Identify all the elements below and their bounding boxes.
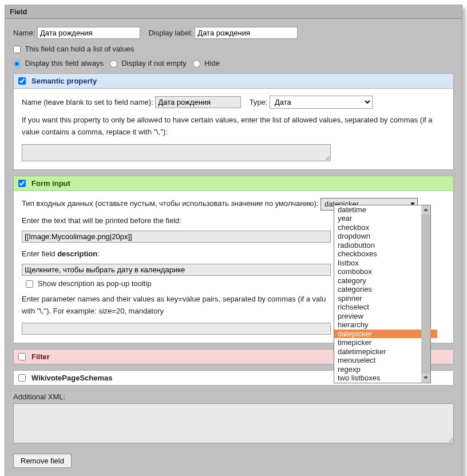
forminput-section: Form input Тип входных данных (оставьте … <box>13 176 454 344</box>
inputtype-option[interactable]: datetime <box>334 205 421 215</box>
semantic-body: Name (leave blank to set to field name):… <box>14 89 453 169</box>
wikivote-title: WikivotePageSchemas <box>31 374 113 382</box>
semantic-checkbox[interactable] <box>18 77 26 85</box>
tooltip-checkbox[interactable] <box>26 280 33 288</box>
desc-label-prefix: Enter field <box>22 249 57 258</box>
remove-field-button[interactable]: Remove field <box>13 454 72 468</box>
inputtype-option[interactable]: spinner <box>334 294 421 303</box>
inputtype-option[interactable]: timepicker <box>334 338 421 347</box>
semantic-section: Semantic property Name (leave blank to s… <box>13 73 454 170</box>
semantic-name-label: Name (leave blank to set to field name): <box>22 98 153 106</box>
filter-checkbox[interactable] <box>18 353 26 360</box>
additional-xml-input[interactable] <box>13 403 454 443</box>
display-ifnotempty-label: Display if not empty <box>121 59 186 68</box>
params-help-suffix: with "\,"). For example: size=20, mandat… <box>22 307 164 315</box>
display-always-radio[interactable] <box>13 60 21 68</box>
buttons-row: Remove field <box>13 454 454 468</box>
wikivote-checkbox[interactable] <box>18 374 26 382</box>
inputtype-option[interactable]: radiobutton <box>334 241 421 250</box>
row-display-mode: Display this field always Display if not… <box>13 59 454 68</box>
before-input[interactable] <box>22 231 331 243</box>
display-label-input[interactable] <box>195 27 298 39</box>
forminput-body: Тип входных данных (оставьте пустым, что… <box>14 191 453 343</box>
semantic-name-row: Name (leave blank to set to field name):… <box>22 96 445 109</box>
field-panel: Field Name: Display label: This field ca… <box>5 5 462 476</box>
inputtype-label: Тип входных данных (оставьте пустым, что… <box>22 199 318 208</box>
semantic-allowed-input[interactable] <box>22 144 331 161</box>
scrollbar-track[interactable] <box>421 205 430 383</box>
scroll-down-icon[interactable] <box>421 374 430 383</box>
tooltip-label: Show description as pop-up tooltip <box>38 279 152 288</box>
semantic-title: Semantic property <box>31 77 97 85</box>
display-hide-label: Hide <box>204 59 220 68</box>
inputtype-option[interactable]: menuselect <box>334 356 421 365</box>
name-label: Name: <box>13 29 35 37</box>
row-list-values: This field can hold a list of values <box>13 45 454 53</box>
panel-title: Field <box>5 5 462 19</box>
desc-input[interactable] <box>22 264 331 276</box>
display-hide-radio[interactable] <box>193 60 200 68</box>
inputtype-option[interactable]: combobox <box>334 267 421 276</box>
inputtype-option[interactable]: category <box>334 276 421 285</box>
inputtype-option[interactable]: dropdown <box>334 232 421 241</box>
forminput-checkbox[interactable] <box>18 180 26 187</box>
semantic-allowed-help: If you want this property to only be all… <box>22 114 445 138</box>
list-values-label: This field can hold a list of values <box>25 45 134 53</box>
panel-body: Name: Display label: This field can hold… <box>5 19 462 476</box>
inputtype-option[interactable]: hierarchy <box>334 320 421 330</box>
scroll-up-icon[interactable] <box>421 205 430 215</box>
inputtype-option[interactable]: categories <box>334 285 421 294</box>
display-always-label: Display this field always <box>25 59 104 68</box>
params-input[interactable] <box>22 323 331 335</box>
inputtype-option[interactable]: regexp <box>334 365 421 374</box>
display-label-label: Display label: <box>148 29 192 37</box>
forminput-title: Form input <box>31 179 70 188</box>
semantic-name-input[interactable] <box>155 96 241 108</box>
display-ifnotempty-radio[interactable] <box>110 60 117 68</box>
inputtype-dropdown[interactable]: datetimeyearcheckboxdropdownradiobuttonc… <box>334 205 431 383</box>
filter-title: Filter <box>31 352 50 361</box>
semantic-header: Semantic property <box>14 74 453 89</box>
inputtype-option[interactable]: richselect <box>334 303 421 312</box>
params-help-prefix: Enter parameter names and their values a… <box>22 295 326 303</box>
inputtype-option[interactable]: checkboxes <box>334 249 421 259</box>
row-name: Name: Display label: <box>13 27 454 39</box>
inputtype-option[interactable]: preview <box>334 312 421 321</box>
semantic-type-select[interactable]: Дата <box>270 96 373 109</box>
forminput-header: Form input <box>14 176 453 191</box>
additional-xml-label: Additional XML: <box>13 392 454 401</box>
list-values-checkbox[interactable] <box>13 46 21 53</box>
name-input[interactable] <box>37 27 140 39</box>
desc-label-bold: description <box>57 249 97 258</box>
inputtype-option[interactable]: year <box>334 214 421 223</box>
inputtype-option[interactable]: listbox <box>334 259 421 268</box>
inputtype-option[interactable]: checkbox <box>334 223 421 232</box>
inputtype-option[interactable]: datetimepicker <box>334 347 421 356</box>
semantic-type-label: Type: <box>250 98 268 106</box>
inputtype-option[interactable]: two listboxes <box>334 374 421 383</box>
scrollbar-thumb[interactable] <box>421 215 430 375</box>
